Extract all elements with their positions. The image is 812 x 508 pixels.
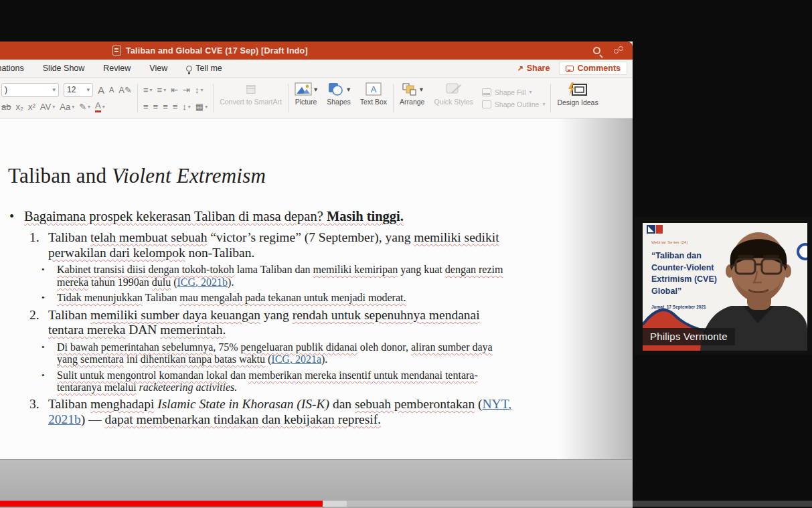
canvas-right-shade: [559, 118, 633, 459]
text-segment: Violent Extremism: [112, 164, 266, 187]
font-color-button[interactable]: A ▾: [95, 100, 105, 112]
picture-button[interactable]: ▾ Picture: [290, 81, 322, 115]
comments-button[interactable]: Comments: [559, 62, 627, 75]
line-spacing-button[interactable]: ↕▾: [195, 85, 204, 95]
slide-bullet: •Kabinet transisi diisi dengan tokoh-tok…: [0, 264, 515, 288]
text-segment: DAN: [125, 323, 160, 337]
strikethrough-button[interactable]: ab: [1, 102, 11, 112]
text-direction-button[interactable]: ↕▾: [182, 102, 191, 112]
quick-styles-button[interactable]: Quick Styles: [429, 81, 477, 115]
design-ideas-button[interactable]: Design Ideas: [552, 81, 602, 115]
text-segment: Kabinet transisi diisi dengan tokoh-toko…: [57, 264, 234, 275]
text-segment: memiliki sumber daya keuangan: [90, 308, 260, 322]
superscript-button[interactable]: x²: [28, 102, 35, 112]
video-played: [0, 501, 323, 507]
text-segment: menghadapi: [90, 397, 154, 411]
bullet-text: Taliban memiliki sumber daya keuangan ya…: [48, 308, 515, 338]
text-box-button[interactable]: A Text Box: [355, 81, 392, 115]
citation-link[interactable]: ICG, 2021a: [271, 353, 321, 365]
align-right-button[interactable]: ≡: [163, 102, 168, 112]
text-segment: , 75%: [213, 341, 240, 353]
window-title: Taliban and Global CVE (17 Sep) [Draft I…: [126, 46, 308, 56]
text-segment: Di bawah pemerintahan sebelumnya: [57, 341, 213, 353]
font-size-select[interactable]: 12 ▾: [64, 83, 93, 97]
text-segment: telah membuat sebuah: [90, 230, 207, 244]
shape-outline-button[interactable]: Shape Outline ▾: [482, 100, 546, 108]
slide-bullet: •Sulit untuk mengontrol komandan lokal d…: [0, 369, 515, 394]
chevron-down-icon: ▾: [52, 86, 56, 93]
bullet-marker: •: [9, 208, 24, 224]
design-ideas-icon: [568, 82, 588, 96]
font-name-select[interactable]: ) ▾: [1, 83, 59, 97]
text-segment: dulu: [152, 276, 171, 288]
character-spacing-button[interactable]: AV ▾: [40, 102, 55, 112]
increase-indent-button[interactable]: ⇥: [183, 85, 190, 95]
text-segment: (: [265, 353, 271, 365]
slide-bullet: •Bagaimana prospek kekerasan Taliban di …: [0, 208, 515, 224]
convert-to-smartart-button[interactable]: ▤ Convert to SmartArt: [215, 81, 287, 115]
lightbulb-icon: [186, 66, 192, 72]
collaborators-icon[interactable]: [614, 46, 625, 56]
text-box-icon: A: [365, 82, 382, 96]
tab-slide-show[interactable]: Slide Show: [43, 64, 85, 73]
tab-review[interactable]: Review: [103, 64, 131, 73]
bullets-button[interactable]: ≡▾: [143, 85, 153, 95]
bullet-text: Di bawah pemerintahan sebelumnya, 75% pe…: [57, 341, 515, 366]
bullet-text: Sulit untuk mengontrol komandan lokal da…: [57, 369, 515, 394]
letterbox-top: [0, 0, 812, 41]
shrink-font-button[interactable]: A: [109, 86, 114, 94]
slide-body: •Bagaimana prospek kekerasan Taliban di …: [0, 208, 515, 431]
share-arrow-icon: ↗: [517, 64, 523, 73]
tab-animations[interactable]: mations: [0, 64, 24, 73]
text-segment: Islamic State in Khorasan (IS-K): [157, 397, 329, 411]
arrange-button[interactable]: ▾ Arrange: [395, 81, 429, 115]
text-segment: tahun 1990an: [88, 276, 152, 288]
slide-title: Taliban and Violent Extremism: [8, 164, 266, 188]
decrease-indent-button[interactable]: ⇤: [171, 85, 178, 95]
bullet-text: Bagaimana prospek kekerasan Taliban di m…: [24, 208, 404, 224]
text-segment: Taliban: [143, 292, 179, 303]
arrange-icon: [402, 82, 418, 96]
text-segment: Taliban: [48, 230, 90, 244]
grow-font-button[interactable]: A: [98, 84, 104, 96]
columns-button[interactable]: ▦▾: [195, 102, 208, 112]
citation-link[interactable]: ICG, 2021b: [177, 276, 228, 288]
text-segment: (: [171, 276, 177, 288]
share-button[interactable]: ↗ Share: [517, 64, 550, 73]
shape-fill-icon: [482, 88, 491, 96]
subscript-button[interactable]: x₂: [15, 102, 23, 112]
shapes-button[interactable]: ▾ Shapes: [322, 81, 355, 115]
svg-text:A: A: [371, 84, 377, 94]
document-icon: [112, 46, 121, 56]
search-icon[interactable]: [593, 47, 600, 54]
video-progress-bar[interactable]: [0, 501, 812, 507]
tab-view[interactable]: View: [149, 64, 167, 73]
text-segment: dan: [228, 369, 248, 381]
clear-formatting-button[interactable]: A✎: [118, 85, 132, 95]
slide-canvas[interactable]: Taliban and Violent Extremism •Bagaimana…: [0, 118, 633, 459]
align-left-button[interactable]: ≡: [143, 102, 149, 112]
bullet-text: Kabinet transisi diisi dengan tokoh-toko…: [57, 264, 515, 288]
titlebar: Taliban and Global CVE (17 Sep) [Draft I…: [0, 41, 633, 60]
change-case-button[interactable]: Aa ▾: [60, 102, 74, 112]
text-segment: yang kuat: [398, 264, 445, 275]
text-segment: Bagaimana prospek kekerasan Taliban di m…: [24, 209, 327, 224]
picture-icon: [295, 82, 312, 96]
text-segment: racketeering activities.: [139, 382, 238, 393]
bullet-marker: 1.: [29, 230, 48, 260]
text-segment: Tidak menunjukkan: [57, 292, 143, 303]
bullet-marker: •: [42, 292, 57, 304]
highlight-button[interactable]: ✎ ▾: [79, 102, 90, 112]
shape-fill-button[interactable]: Shape Fill ▾: [482, 88, 546, 96]
text-segment: dapat membenarkan tindakan dan kebijakan…: [105, 412, 382, 426]
numbering-button[interactable]: ≡▾: [157, 85, 167, 95]
tab-tell-me[interactable]: Tell me: [186, 64, 222, 73]
text-segment: lama Taliban dan: [234, 264, 313, 275]
align-center-button[interactable]: ≡: [153, 102, 159, 112]
text-segment: ).: [321, 353, 327, 365]
justify-button[interactable]: ≡: [173, 102, 178, 112]
text-segment: (: [475, 397, 482, 411]
text-segment: oleh donor,: [357, 341, 411, 353]
webcam-video: Webinar Series (24) “Taliban dan Counter…: [643, 223, 807, 351]
text-segment: ).: [228, 276, 234, 288]
